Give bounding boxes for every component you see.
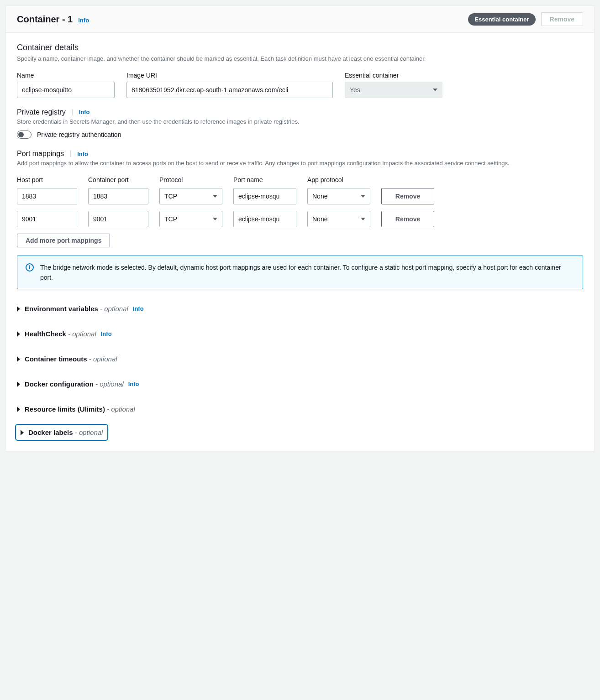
- toggle-knob: [18, 132, 24, 137]
- protocol-select[interactable]: TCP: [159, 211, 222, 227]
- essential-label: Essential container: [345, 72, 442, 79]
- private-registry-title: Private registry: [17, 108, 66, 116]
- container-port-input[interactable]: [88, 188, 148, 204]
- docker-info-link[interactable]: Info: [128, 381, 139, 387]
- essential-badge: Essential container: [468, 13, 535, 26]
- card-body: Container details Specify a name, contai…: [6, 33, 594, 451]
- caret-right-icon: [17, 306, 20, 312]
- header-info-link[interactable]: Info: [78, 17, 89, 24]
- container-details-title: Container details: [17, 43, 583, 52]
- expand-docker-configuration[interactable]: Docker configuration - optional Info: [17, 376, 583, 392]
- host-port-input[interactable]: [17, 188, 77, 204]
- port-row: TCP None Remove: [17, 188, 583, 204]
- chevron-down-icon: [361, 218, 365, 220]
- image-uri-label: Image URI: [126, 72, 333, 79]
- container-card: Container - 1 Info Essential container R…: [5, 5, 595, 451]
- chevron-down-icon: [433, 89, 437, 91]
- host-port-header: Host port: [17, 176, 77, 183]
- port-mappings-info-link[interactable]: Info: [77, 151, 88, 157]
- info-icon: i: [26, 263, 34, 272]
- env-info-link[interactable]: Info: [133, 305, 144, 312]
- private-registry-toggle-label: Private registry authentication: [37, 131, 121, 138]
- caret-right-icon: [17, 356, 20, 362]
- protocol-select[interactable]: TCP: [159, 188, 222, 204]
- port-name-input[interactable]: [233, 188, 296, 204]
- private-registry-info-link[interactable]: Info: [79, 109, 90, 115]
- container-port-header: Container port: [88, 176, 148, 183]
- host-port-input[interactable]: [17, 211, 77, 227]
- alert-text: The bridge network mode is selected. By …: [40, 262, 574, 283]
- remove-container-button[interactable]: Remove: [541, 12, 583, 26]
- port-mappings-title: Port mappings: [17, 150, 64, 158]
- remove-port-button[interactable]: Remove: [381, 211, 434, 227]
- app-protocol-select[interactable]: None: [307, 211, 370, 227]
- card-header: Container - 1 Info Essential container R…: [6, 6, 594, 33]
- port-row: TCP None Remove: [17, 211, 583, 227]
- container-details-desc: Specify a name, container image, and whe…: [17, 54, 583, 63]
- chevron-down-icon: [213, 195, 217, 198]
- protocol-header: Protocol: [159, 176, 222, 183]
- name-input[interactable]: [17, 82, 115, 98]
- image-uri-input[interactable]: [126, 82, 333, 98]
- name-label: Name: [17, 72, 115, 79]
- caret-right-icon: [17, 381, 20, 387]
- remove-port-button[interactable]: Remove: [381, 188, 434, 204]
- app-protocol-header: App protocol: [307, 176, 370, 183]
- essential-select-value: Yes: [350, 86, 360, 94]
- chevron-down-icon: [361, 195, 365, 198]
- port-name-header: Port name: [233, 176, 296, 183]
- card-title: Container - 1: [17, 14, 73, 25]
- expand-resource-limits[interactable]: Resource limits (Ulimits) - optional: [17, 401, 583, 418]
- container-port-input[interactable]: [88, 211, 148, 227]
- expand-healthcheck[interactable]: HealthCheck - optional Info: [17, 325, 583, 342]
- chevron-down-icon: [213, 218, 217, 220]
- private-registry-desc: Store credentials in Secrets Manager, an…: [17, 117, 583, 126]
- caret-right-icon: [17, 407, 20, 412]
- port-mappings-desc: Add port mappings to allow the container…: [17, 159, 583, 168]
- caret-right-icon: [17, 331, 20, 337]
- port-name-input[interactable]: [233, 211, 296, 227]
- add-port-mapping-button[interactable]: Add more port mappings: [17, 234, 110, 247]
- app-protocol-select[interactable]: None: [307, 188, 370, 204]
- essential-select: Yes: [345, 82, 442, 98]
- info-alert: i The bridge network mode is selected. B…: [17, 256, 583, 290]
- expand-container-timeouts[interactable]: Container timeouts - optional: [17, 350, 583, 367]
- expand-environment-variables[interactable]: Environment variables - optional Info: [17, 300, 583, 317]
- expand-docker-labels[interactable]: Docker labels - optional: [17, 426, 106, 439]
- private-registry-toggle[interactable]: [17, 131, 32, 139]
- health-info-link[interactable]: Info: [101, 330, 112, 337]
- caret-right-icon: [21, 430, 24, 435]
